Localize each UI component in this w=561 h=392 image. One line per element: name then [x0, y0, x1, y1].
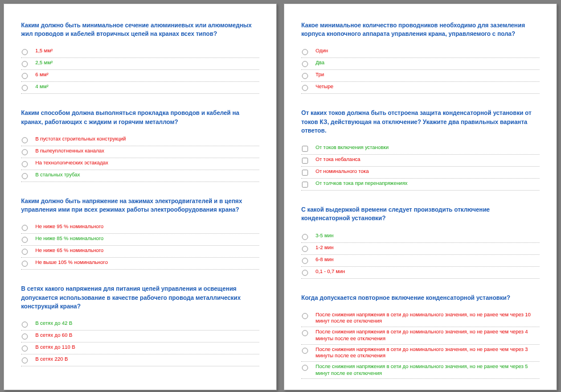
option-row: После снижения напряжения в сети до номи… — [301, 345, 539, 362]
radio-input[interactable] — [22, 321, 27, 327]
radio-input[interactable] — [22, 161, 27, 167]
option-label: Не ниже 65 % номинального — [35, 247, 104, 254]
option-row: Четыре — [301, 82, 539, 94]
option-row: В сетях 220 В — [21, 354, 259, 366]
option-row: 6-8 мин — [301, 255, 539, 267]
option-label: От толчков тока при перенапряжениях — [316, 180, 408, 187]
question-text: В сетях какого напряжения для питания це… — [21, 284, 259, 311]
radio-input[interactable] — [22, 237, 27, 243]
radio-input[interactable] — [22, 137, 27, 143]
radio-input[interactable] — [302, 234, 308, 240]
option-row: На технологических эстакадах — [21, 158, 259, 170]
option-row: Не выше 105 % номинального — [21, 258, 259, 270]
question-block: Каким должно быть напряжение на зажимах … — [21, 197, 259, 270]
option-row: От токов включения установки — [301, 143, 539, 155]
question-block: Когда допускается повторное включение ко… — [301, 294, 539, 379]
option-row: В сетях до 42 В — [21, 319, 259, 331]
question-block: От каких токов должна быть отстроена защ… — [301, 109, 539, 191]
option-label: После снижения напряжения в сети до номи… — [316, 364, 539, 377]
option-label: В пылеуплотненных каналах — [35, 148, 104, 155]
radio-input[interactable] — [302, 85, 308, 91]
question-text: С какой выдержкой времени следует произв… — [301, 205, 539, 222]
option-label: От номинального тока — [316, 168, 368, 175]
radio-input[interactable] — [302, 313, 308, 319]
radio-input[interactable] — [22, 61, 27, 67]
option-label: Один — [316, 48, 328, 55]
question-text: Каким должно быть напряжение на зажимах … — [21, 197, 259, 214]
option-row: В сетях до 110 В — [21, 343, 259, 354]
radio-input[interactable] — [22, 261, 27, 267]
radio-input[interactable] — [302, 270, 308, 275]
option-label: 6-8 мин — [316, 257, 334, 263]
option-row: 4 мм² — [21, 82, 259, 94]
option-row: Три — [301, 70, 539, 82]
checkbox-input[interactable] — [302, 158, 308, 163]
option-row: В пылеуплотненных каналах — [21, 146, 259, 158]
option-row: 2,5 мм² — [21, 58, 259, 70]
option-label: В сетях до 110 В — [35, 344, 75, 351]
radio-input[interactable] — [22, 149, 27, 155]
option-label: Два — [316, 60, 325, 67]
option-label: На технологических эстакадах — [35, 160, 108, 167]
option-label: От токов включения установки — [316, 145, 388, 151]
checkbox-input[interactable] — [302, 170, 308, 175]
option-label: После снижения напряжения в сети до номи… — [316, 329, 539, 342]
option-label: 0,1 - 0,7 мин — [316, 269, 345, 275]
question-block: С какой выдержкой времени следует произв… — [301, 205, 539, 278]
checkbox-input[interactable] — [302, 181, 308, 187]
option-row: После снижения напряжения в сети до номи… — [301, 310, 539, 327]
option-label: Четыре — [316, 84, 333, 90]
option-label: После снижения напряжения в сети до номи… — [316, 312, 539, 325]
radio-input[interactable] — [22, 173, 27, 179]
radio-input[interactable] — [302, 348, 308, 353]
option-label: 3-5 мин — [316, 233, 334, 240]
option-label: 2,5 мм² — [35, 60, 52, 67]
radio-input[interactable] — [302, 330, 308, 336]
option-row: Не ниже 85 % номинального — [21, 234, 259, 246]
option-row: От номинального тока — [301, 167, 539, 179]
radio-input[interactable] — [22, 333, 27, 339]
radio-input[interactable] — [302, 365, 308, 370]
page-right: Какое минимальное количество проводников… — [284, 3, 557, 390]
radio-input[interactable] — [302, 61, 308, 67]
option-row: 1,5 мм² — [21, 46, 259, 58]
radio-input[interactable] — [22, 49, 27, 55]
option-label: 1,5 мм² — [35, 48, 52, 55]
option-label: 6 мм² — [35, 72, 48, 79]
option-row: Не ниже 95 % номинального — [21, 222, 259, 234]
option-label: 1-2 мин — [316, 245, 334, 251]
radio-input[interactable] — [22, 85, 27, 91]
radio-input[interactable] — [22, 73, 27, 79]
option-row: Два — [301, 58, 539, 70]
radio-input[interactable] — [22, 249, 27, 255]
question-block: Каким должно быть минимальное сечение ал… — [21, 21, 259, 94]
question-block: Каким способом должна выполняться прокла… — [21, 109, 259, 181]
option-row: От толчков тока при перенапряжениях — [301, 179, 539, 191]
question-text: Каким способом должна выполняться прокла… — [21, 109, 259, 126]
radio-input[interactable] — [302, 73, 308, 79]
option-label: Не выше 105 % номинального — [35, 259, 108, 266]
option-label: 4 мм² — [35, 84, 48, 90]
option-row: Один — [301, 46, 539, 58]
radio-input[interactable] — [302, 246, 308, 251]
question-block: В сетях какого напряжения для питания це… — [21, 284, 259, 366]
option-label: В сетях до 60 В — [35, 332, 72, 339]
radio-input[interactable] — [22, 345, 27, 351]
option-row: В пустотах строительных конструкций — [21, 134, 259, 146]
option-label: От тока небаланса — [316, 156, 361, 163]
option-row: От тока небаланса — [301, 155, 539, 167]
radio-input[interactable] — [22, 225, 27, 231]
option-label: Не ниже 95 % номинального — [35, 224, 104, 230]
option-label: В пустотах строительных конструкций — [35, 136, 126, 143]
radio-input[interactable] — [302, 258, 308, 263]
option-label: В сетях до 42 В — [35, 320, 72, 327]
option-row: 3-5 мин — [301, 231, 539, 243]
question-text: Каким должно быть минимальное сечение ал… — [21, 21, 259, 38]
radio-input[interactable] — [302, 49, 308, 55]
option-label: В стальных трубах — [35, 172, 80, 179]
checkbox-input[interactable] — [302, 146, 308, 151]
page-left: Каким должно быть минимальное сечение ал… — [3, 3, 277, 390]
option-row: Не ниже 65 % номинального — [21, 246, 259, 258]
radio-input[interactable] — [22, 357, 27, 363]
option-row: После снижения напряжения в сети до номи… — [301, 362, 539, 379]
